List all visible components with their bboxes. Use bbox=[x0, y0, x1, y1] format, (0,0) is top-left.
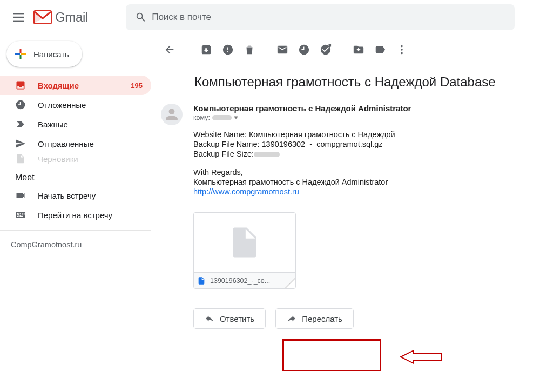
meet-item-join[interactable]: Перейти на встречу bbox=[0, 205, 151, 225]
compose-button[interactable]: Написать bbox=[6, 41, 82, 67]
search-bar[interactable] bbox=[126, 4, 515, 30]
file-icon bbox=[15, 153, 26, 164]
forward-icon bbox=[287, 314, 296, 323]
more-vert-icon bbox=[396, 44, 408, 56]
mail-icon bbox=[276, 44, 288, 56]
folder-move-icon bbox=[353, 44, 364, 56]
sidebar-item-label: Отправленные bbox=[38, 139, 143, 148]
delete-button[interactable] bbox=[239, 39, 260, 60]
video-icon bbox=[15, 190, 26, 201]
spam-button[interactable] bbox=[217, 39, 239, 60]
attachment-preview bbox=[194, 213, 295, 272]
svg-point-8 bbox=[401, 45, 403, 48]
sidebar-item-label: Входящие bbox=[38, 81, 131, 90]
label-icon bbox=[374, 44, 386, 56]
gmail-icon bbox=[33, 10, 52, 24]
more-button[interactable] bbox=[391, 39, 413, 60]
inbox-icon bbox=[15, 80, 26, 91]
reply-button[interactable]: Ответить bbox=[193, 308, 266, 329]
masked-value bbox=[254, 152, 280, 157]
important-icon bbox=[15, 119, 26, 130]
recipient-line[interactable]: кому: bbox=[193, 114, 536, 121]
task-icon bbox=[320, 44, 332, 56]
recipient-chip bbox=[212, 115, 232, 120]
sidebar-item-label: Отложенные bbox=[38, 100, 143, 110]
sidebar-item-count: 195 bbox=[131, 82, 143, 90]
body-line: Backup File Name: 1390196302_-_compgramo… bbox=[193, 140, 536, 148]
recipient-prefix: кому: bbox=[193, 114, 210, 121]
compose-label: Написать bbox=[33, 50, 69, 59]
sidebar-item-inbox[interactable]: Входящие 195 bbox=[0, 76, 151, 95]
sidebar-footer-label: CompGramotnost.ru bbox=[0, 231, 151, 249]
hamburger-icon bbox=[13, 13, 24, 22]
mark-unread-button[interactable] bbox=[272, 39, 293, 60]
attachment-card[interactable]: 1390196302_-_co... bbox=[193, 212, 296, 289]
mail-toolbar bbox=[156, 35, 536, 65]
attachment-filename: 1390196302_-_co... bbox=[210, 277, 292, 285]
gmail-wordmark: Gmail bbox=[55, 10, 88, 25]
clock-icon bbox=[298, 44, 310, 56]
sidebar-item-sent[interactable]: Отправленные bbox=[0, 134, 151, 153]
signature-link[interactable]: http://www.compgramotnost.ru bbox=[193, 187, 299, 196]
archive-icon bbox=[200, 44, 212, 56]
app-header: Gmail bbox=[0, 0, 540, 35]
search-icon[interactable] bbox=[130, 6, 152, 28]
forward-label: Переслать bbox=[302, 314, 342, 323]
gmail-logo[interactable]: Gmail bbox=[33, 10, 88, 25]
add-task-button[interactable] bbox=[315, 39, 336, 60]
search-input[interactable] bbox=[152, 12, 510, 23]
sidebar-item-label: Черновики bbox=[38, 154, 143, 164]
body-line: Website Name: Компьютерная грамотность с… bbox=[193, 130, 536, 139]
person-icon bbox=[165, 107, 179, 121]
sidebar-item-snoozed[interactable]: Отложенные bbox=[0, 95, 151, 114]
forward-button[interactable]: Переслать bbox=[275, 308, 354, 329]
meet-item-label: Перейти на встречу bbox=[38, 211, 143, 220]
svg-rect-5 bbox=[20, 55, 22, 59]
meet-section-title: Meet bbox=[0, 164, 151, 186]
mail-view: Компьютерная грамотность с Надеждой Data… bbox=[151, 35, 540, 392]
labels-button[interactable] bbox=[369, 39, 391, 60]
reply-actions: Ответить Переслать bbox=[193, 308, 536, 329]
meet-item-label: Начать встречу bbox=[38, 191, 143, 200]
meet-item-start[interactable]: Начать встречу bbox=[0, 186, 151, 205]
plus-icon bbox=[14, 48, 27, 60]
svg-rect-1 bbox=[13, 17, 24, 18]
sidebar-item-drafts[interactable]: Черновики bbox=[0, 153, 151, 164]
sidebar: Написать Входящие 195 Отложенные Важные bbox=[0, 35, 151, 392]
sidebar-item-important[interactable]: Важные bbox=[0, 114, 151, 134]
send-icon bbox=[15, 138, 26, 149]
svg-rect-4 bbox=[20, 49, 22, 53]
divider bbox=[342, 44, 342, 56]
snooze-button[interactable] bbox=[293, 39, 315, 60]
body-line: With Regards, bbox=[193, 168, 536, 177]
sender-avatar[interactable] bbox=[161, 104, 183, 125]
annotation-arrow bbox=[400, 349, 443, 367]
move-button[interactable] bbox=[348, 39, 369, 60]
back-button[interactable] bbox=[159, 39, 180, 60]
svg-marker-11 bbox=[401, 350, 442, 363]
svg-point-10 bbox=[401, 52, 403, 55]
body-line: Backup File Size: bbox=[193, 150, 536, 158]
dogear-icon bbox=[284, 277, 296, 289]
svg-rect-7 bbox=[21, 53, 26, 55]
file-icon bbox=[233, 227, 256, 258]
menu-button[interactable] bbox=[5, 4, 31, 30]
svg-rect-6 bbox=[15, 53, 20, 55]
archive-button[interactable] bbox=[195, 39, 217, 60]
svg-point-9 bbox=[401, 49, 403, 51]
report-icon bbox=[222, 44, 234, 56]
file-type-icon bbox=[197, 276, 206, 285]
arrow-left-icon bbox=[164, 44, 176, 56]
trash-icon bbox=[244, 44, 255, 56]
svg-rect-2 bbox=[13, 21, 24, 22]
chevron-down-icon[interactable] bbox=[234, 114, 238, 121]
divider bbox=[266, 44, 266, 56]
svg-rect-0 bbox=[13, 13, 24, 14]
body-line: Компьютерная грамотность с Надеждой Admi… bbox=[193, 178, 536, 186]
clock-icon bbox=[15, 99, 26, 110]
reply-label: Ответить bbox=[220, 314, 254, 323]
keyboard-icon bbox=[15, 209, 26, 220]
mail-subject: Компьютерная грамотность с Надеждой Data… bbox=[156, 65, 536, 94]
reply-icon bbox=[205, 314, 214, 323]
sender-name: Компьютерная грамотность с Надеждой Admi… bbox=[193, 104, 536, 113]
